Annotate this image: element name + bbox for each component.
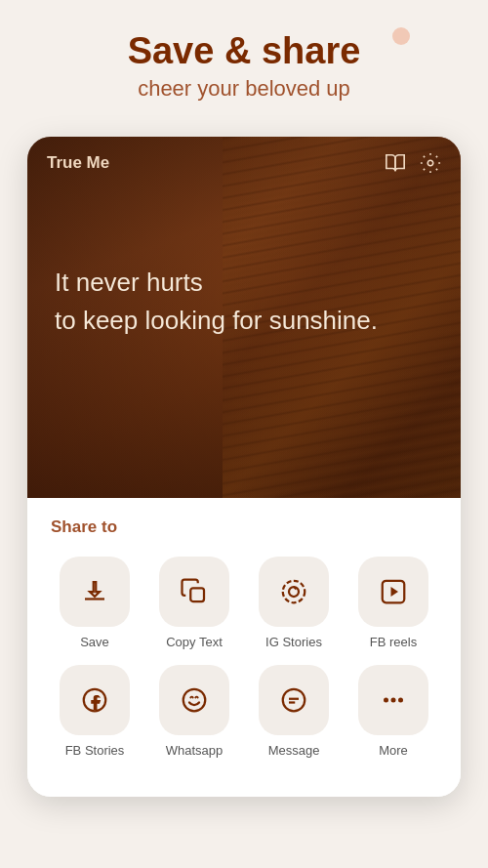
top-section: Save & share cheer your beloved up — [0, 0, 488, 121]
whatsapp-icon-wrap — [159, 665, 229, 735]
book-icon[interactable] — [385, 152, 406, 174]
phone-card: True Me It never hurts to keep — [27, 137, 461, 797]
save-label: Save — [80, 635, 109, 649]
settings-icon[interactable] — [420, 152, 441, 174]
ig-stories-icon-wrap — [259, 557, 329, 627]
svg-point-13 — [391, 697, 396, 702]
copy-text-label: Copy Text — [166, 635, 223, 649]
app-header: True Me — [27, 137, 461, 189]
phone-screen: True Me It never hurts to keep — [27, 137, 461, 498]
share-item-save[interactable]: Save — [51, 557, 139, 649]
share-item-more[interactable]: More — [349, 665, 437, 758]
app-name: True Me — [47, 153, 109, 173]
ig-stories-label: IG Stories — [265, 635, 322, 649]
share-title: Share to — [51, 517, 437, 537]
more-icon — [379, 685, 408, 715]
more-icon-wrap — [358, 665, 428, 735]
message-icon — [279, 685, 308, 715]
svg-rect-1 — [190, 588, 204, 601]
share-item-fb-reels[interactable]: FB reels — [349, 557, 437, 649]
svg-point-8 — [183, 689, 206, 712]
header-icons — [385, 152, 441, 174]
decoration-dot — [392, 27, 410, 45]
fb-icon — [80, 685, 109, 715]
fb-stories-label: FB Stories — [65, 743, 125, 758]
share-item-ig-stories[interactable]: IG Stories — [250, 557, 338, 649]
svg-point-14 — [398, 697, 403, 702]
fb-reels-label: FB reels — [370, 635, 417, 649]
copy-text-icon-wrap — [159, 557, 229, 627]
whatsapp-icon — [180, 685, 209, 715]
svg-marker-6 — [391, 587, 399, 597]
whatsapp-label: Whatsapp — [166, 743, 224, 758]
fb-reels-icon — [379, 577, 408, 606]
sub-title: cheer your beloved up — [20, 76, 468, 102]
svg-point-2 — [283, 581, 305, 603]
svg-point-0 — [427, 160, 433, 166]
quote-container: It never hurts to keep looking for sunsh… — [27, 189, 461, 336]
save-icon-wrap — [60, 557, 130, 627]
share-item-whatsapp[interactable]: Whatsapp — [150, 665, 238, 758]
message-label: Message — [268, 743, 320, 758]
svg-point-3 — [289, 587, 299, 597]
message-icon-wrap — [259, 665, 329, 735]
fb-stories-icon-wrap — [60, 665, 130, 735]
more-label: More — [379, 743, 408, 758]
share-item-copy-text[interactable]: Copy Text — [150, 557, 238, 649]
share-item-fb-stories[interactable]: FB Stories — [51, 665, 139, 758]
svg-point-9 — [283, 689, 305, 712]
share-item-message[interactable]: Message — [250, 665, 338, 758]
share-panel: Share to Save — [27, 498, 461, 797]
save-icon — [80, 577, 109, 606]
fb-reels-icon-wrap — [358, 557, 428, 627]
share-row-2: FB Stories Whatsapp — [51, 665, 437, 758]
quote-line2: to keep looking for sunshine. — [55, 306, 433, 336]
svg-point-12 — [384, 697, 388, 702]
quote-line1: It never hurts — [55, 268, 433, 298]
ig-stories-icon — [279, 577, 308, 606]
share-row-1: Save Copy Text — [51, 557, 437, 649]
copy-icon — [180, 577, 209, 606]
